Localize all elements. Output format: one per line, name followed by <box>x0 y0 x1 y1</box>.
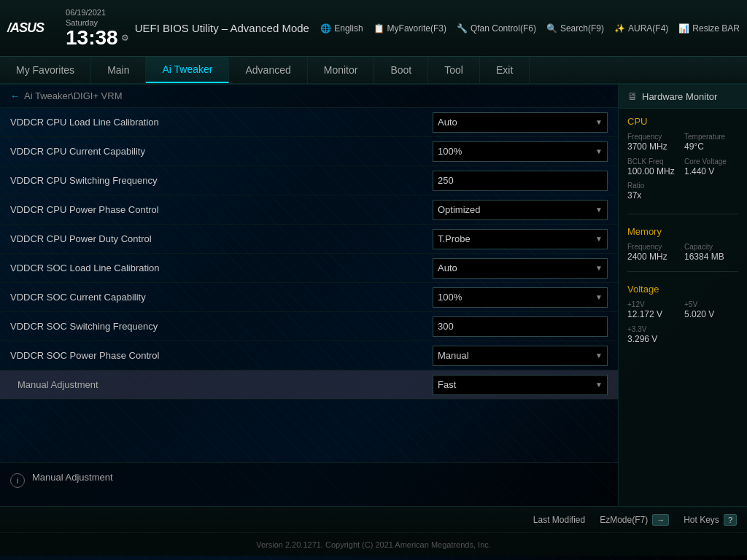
input-value-vddcr-soc-switching: 300 <box>438 321 454 332</box>
language-label[interactable]: English <box>334 23 363 34</box>
info-icon: i <box>10 473 25 488</box>
back-arrow-icon[interactable]: ← <box>10 90 20 101</box>
control-vddcr-cpu-llc[interactable]: Auto ▼ <box>433 112 608 133</box>
setting-row-vddcr-cpu-switching: VDDCR CPU Switching Frequency 250 <box>0 166 618 195</box>
nav-exit[interactable]: Exit <box>480 57 530 83</box>
hw-v12: +12V 12.172 V <box>627 300 681 321</box>
hw-v5-value: 5.020 V <box>684 309 738 321</box>
input-vddcr-soc-switching[interactable]: 300 <box>433 316 608 337</box>
hw-mem-capacity: Capacity 16384 MB <box>684 243 738 263</box>
header-controls: 🌐 English 📋 MyFavorite(F3) 🔧 Qfan Contro… <box>320 23 740 34</box>
version-bar: Version 2.20.1271. Copyright (C) 2021 Am… <box>0 532 747 556</box>
setting-row-manual-adjustment: Manual Adjustment Fast ▼ <box>0 370 618 400</box>
select-vddcr-cpu-llc[interactable]: Auto ▼ <box>433 112 608 133</box>
select-vddcr-cpu-power-phase[interactable]: Optimized ▼ <box>433 200 608 220</box>
hw-cpu-freq-label: Frequency <box>627 133 681 141</box>
hw-cpu-grid: Frequency 3700 MHz Temperature 49°C BCLK… <box>627 133 738 177</box>
control-vddcr-soc-current[interactable]: 100% ▼ <box>433 287 608 308</box>
control-vddcr-soc-llc[interactable]: Auto ▼ <box>433 258 608 279</box>
aura-label[interactable]: AURA(F4) <box>628 23 668 34</box>
hw-cpu-freq: Frequency 3700 MHz <box>627 133 681 153</box>
dropdown-arrow-icon: ▼ <box>595 235 603 243</box>
control-vddcr-cpu-switching[interactable]: 250 <box>433 171 608 191</box>
control-vddcr-cpu-current[interactable]: 100% ▼ <box>433 141 608 162</box>
language-control[interactable]: 🌐 English <box>320 23 363 34</box>
select-manual-adjustment[interactable]: Fast ▼ <box>433 375 608 395</box>
select-vddcr-soc-current[interactable]: 100% ▼ <box>433 287 608 308</box>
dropdown-arrow-icon: ▼ <box>595 351 603 359</box>
hw-cpu-temp: Temperature 49°C <box>684 133 738 153</box>
qfan-label[interactable]: Qfan Control(F6) <box>471 23 536 34</box>
hw-monitor-title: 🖥 Hardware Monitor <box>619 85 747 109</box>
control-manual-adjustment[interactable]: Fast ▼ <box>433 375 608 395</box>
nav-advanced[interactable]: Advanced <box>229 57 307 83</box>
select-vddcr-soc-llc[interactable]: Auto ▼ <box>433 258 608 279</box>
hw-cpu-freq-value: 3700 MHz <box>627 141 681 153</box>
hw-cpu-corevolt-label: Core Voltage <box>684 158 738 166</box>
hw-memory-section: Memory Frequency 2400 MHz Capacity 16384… <box>619 219 747 268</box>
nav-ai-tweaker[interactable]: Ai Tweaker <box>146 57 229 83</box>
hotkeys-key: ? <box>724 514 737 526</box>
select-vddcr-cpu-power-duty[interactable]: T.Probe ▼ <box>433 229 608 249</box>
aura-icon: ✨ <box>614 23 625 34</box>
dropdown-arrow-icon: ▼ <box>595 264 603 272</box>
nav-monitor[interactable]: Monitor <box>308 57 375 83</box>
datetime-display: 06/19/2021Saturday 13:38 ⚙ <box>66 8 129 47</box>
nav-main[interactable]: Main <box>91 57 146 83</box>
header-title-area: UEFI BIOS Utility – Advanced Mode <box>129 22 321 35</box>
setting-label-vddcr-cpu-power-duty: VDDCR CPU Power Duty Control <box>10 233 433 244</box>
ezmode-item[interactable]: EzMode(F7) → <box>600 514 669 526</box>
dropdown-arrow-icon: ▼ <box>595 293 603 301</box>
setting-label-manual-adjustment: Manual Adjustment <box>10 379 433 390</box>
qfan-control[interactable]: 🔧 Qfan Control(F6) <box>457 23 536 34</box>
header-time: 13:38 <box>66 28 118 48</box>
hw-voltage-section: Voltage +12V 12.172 V +5V 5.020 V +3.3V … <box>619 276 747 352</box>
monitor-icon: 🖥 <box>627 90 638 102</box>
settings-gear-icon[interactable]: ⚙ <box>121 33 129 43</box>
footer-controls: Last Modified EzMode(F7) → Hot Keys ? <box>533 514 737 526</box>
hw-cpu-ratio-value: 37x <box>627 190 738 202</box>
hw-cpu-bclk-label: BCLK Freq <box>627 158 681 166</box>
nav-my-favorites[interactable]: My Favorites <box>0 57 91 83</box>
hw-v5-label: +5V <box>684 300 738 309</box>
hw-memory-grid: Frequency 2400 MHz Capacity 16384 MB <box>627 243 738 263</box>
resizebar-control[interactable]: 📊 Resize BAR <box>678 23 740 34</box>
dropdown-arrow-icon: ▼ <box>595 206 603 214</box>
control-vddcr-soc-switching[interactable]: 300 <box>433 316 608 337</box>
last-modified-label: Last Modified <box>533 515 585 525</box>
search-control[interactable]: 🔍 Search(F9) <box>546 23 604 34</box>
select-vddcr-soc-power-phase[interactable]: Manual ▼ <box>433 346 608 366</box>
control-vddcr-cpu-power-duty[interactable]: T.Probe ▼ <box>433 229 608 249</box>
hw-cpu-ratio: Ratio 37x <box>627 182 738 202</box>
hw-mem-capacity-label: Capacity <box>684 243 738 252</box>
header-date: 06/19/2021Saturday <box>66 8 129 27</box>
left-panel: ← Ai Tweaker\DIGI+ VRM VDDCR CPU Load Li… <box>0 85 618 506</box>
control-vddcr-soc-power-phase[interactable]: Manual ▼ <box>433 346 608 366</box>
search-label[interactable]: Search(F9) <box>560 23 604 34</box>
nav-tool[interactable]: Tool <box>428 57 480 83</box>
control-vddcr-cpu-power-phase[interactable]: Optimized ▼ <box>433 200 608 220</box>
asus-logo: /ASUS <box>7 20 44 36</box>
hw-mem-freq: Frequency 2400 MHz <box>627 243 681 263</box>
hw-cpu-bclk-value: 100.00 MHz <box>627 166 681 178</box>
resizebar-label[interactable]: Resize BAR <box>692 23 740 34</box>
setting-row-vddcr-soc-switching: VDDCR SOC Switching Frequency 300 <box>0 312 618 341</box>
hw-v33-label: +3.3V <box>627 325 738 334</box>
input-vddcr-cpu-switching[interactable]: 250 <box>433 171 608 191</box>
hotkeys-label: Hot Keys <box>684 515 719 525</box>
myfavorite-control[interactable]: 📋 MyFavorite(F3) <box>374 23 446 34</box>
aura-control[interactable]: ✨ AURA(F4) <box>614 23 668 34</box>
nav-boot[interactable]: Boot <box>374 57 428 83</box>
qfan-icon: 🔧 <box>457 23 468 34</box>
hotkeys-item[interactable]: Hot Keys ? <box>684 514 737 526</box>
select-vddcr-cpu-current[interactable]: 100% ▼ <box>433 141 608 162</box>
last-modified-item[interactable]: Last Modified <box>533 514 585 526</box>
dropdown-arrow-icon: ▼ <box>595 118 603 126</box>
setting-row-vddcr-cpu-current: VDDCR CPU Current Capability 100% ▼ <box>0 137 618 166</box>
search-icon: 🔍 <box>546 23 557 34</box>
language-icon: 🌐 <box>320 23 331 34</box>
myfavorite-label[interactable]: MyFavorite(F3) <box>387 23 446 34</box>
setting-row-vddcr-soc-current: VDDCR SOC Current Capability 100% ▼ <box>0 283 618 312</box>
hw-cpu-corevolt: Core Voltage 1.440 V <box>684 158 738 178</box>
select-value-vddcr-cpu-power-duty: T.Probe <box>438 233 471 244</box>
